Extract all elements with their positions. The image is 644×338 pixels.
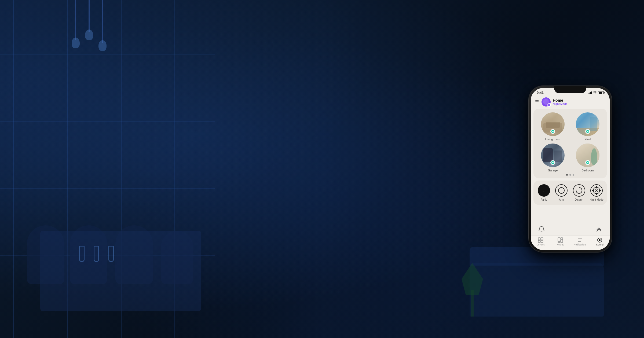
tab-devices[interactable]: Devices	[531, 237, 551, 248]
tab-notifications-label: Notifications	[574, 243, 586, 246]
tab-devices-label: Devices	[537, 243, 545, 246]
svg-rect-11	[541, 240, 543, 243]
devices-tab-icon	[538, 237, 543, 243]
phone-device: 9:41	[529, 86, 612, 252]
header-title: Home	[553, 98, 567, 103]
room-circle-bedroom	[576, 144, 599, 167]
dining-table	[40, 231, 201, 311]
arm-label: Arm	[559, 198, 564, 201]
header-subtitle: Night Mode	[553, 102, 567, 106]
tab-control-label: Control	[596, 243, 603, 246]
status-icons	[588, 91, 604, 94]
phone-shell: 9:41	[529, 86, 612, 252]
avatar	[541, 97, 551, 106]
header-center: Home Night Mode	[541, 97, 605, 106]
room-circle-garage	[541, 144, 565, 167]
svg-rect-15	[558, 241, 560, 243]
pagination-dots	[537, 174, 604, 176]
menu-icon[interactable]: ☰	[535, 100, 539, 104]
panic-icon: !	[538, 184, 550, 197]
room-indicator-living	[550, 129, 555, 134]
arm-button[interactable]: Arm	[553, 184, 570, 201]
pagination-dot-2[interactable]	[569, 174, 571, 176]
room-indicator-bedroom	[585, 160, 590, 165]
notch	[554, 86, 586, 93]
room-bedroom[interactable]: Bedroom	[572, 144, 604, 172]
nightmode-button[interactable]: Night Mode	[588, 184, 605, 201]
nightmode-icon	[590, 184, 603, 197]
panic-symbol: !	[543, 188, 544, 193]
disarm-button[interactable]: Disarm	[571, 184, 587, 201]
room-label-yard: Yard	[585, 138, 591, 141]
status-time: 9:41	[537, 91, 544, 95]
arm-icon	[555, 184, 568, 197]
room-label-living: Living room	[545, 138, 561, 141]
svg-point-0	[558, 188, 564, 193]
bell-icon	[539, 226, 544, 232]
panic-button[interactable]: ! Panic	[536, 184, 552, 201]
up-arrow-icon	[596, 227, 602, 232]
svg-point-3	[596, 190, 597, 191]
rooms-card: Living room Yard	[533, 109, 607, 178]
rooms-grid: Living room Yard	[537, 112, 604, 172]
room-living-room[interactable]: Living room	[537, 112, 569, 141]
security-panel: ! Panic Arm	[533, 181, 607, 205]
disarm-icon	[573, 184, 585, 197]
notifications-tab-icon	[577, 237, 583, 243]
tab-rooms-label: Rooms	[557, 243, 564, 246]
tab-active-indicator	[597, 247, 602, 248]
glasses-area	[75, 246, 118, 263]
svg-rect-14	[561, 240, 563, 243]
nightmode-label: Night Mode	[590, 198, 603, 201]
signal-icon	[588, 91, 592, 94]
disarm-label: Disarm	[575, 198, 583, 201]
tab-rooms[interactable]: Rooms	[551, 237, 570, 248]
panic-label: Panic	[540, 198, 547, 201]
room-garage[interactable]: Garage	[537, 144, 569, 172]
up-arrow-button[interactable]	[594, 224, 604, 234]
sofa	[470, 263, 604, 317]
security-buttons: ! Panic Arm	[536, 184, 605, 201]
app-header: ☰ Home Night Mode	[531, 96, 610, 109]
svg-rect-13	[561, 238, 563, 240]
room-indicator-yard	[585, 129, 590, 134]
arm-svg	[558, 187, 565, 194]
rooms-tab-icon	[558, 237, 563, 243]
header-text: Home Night Mode	[553, 98, 567, 106]
room-indicator-garage	[550, 160, 555, 165]
pagination-dot-3[interactable]	[573, 174, 574, 176]
control-tab-icon	[597, 237, 602, 243]
pagination-dot-1[interactable]	[566, 174, 568, 176]
plant	[462, 263, 483, 317]
room-circle-yard	[576, 112, 599, 136]
bell-button[interactable]	[536, 224, 547, 234]
svg-rect-8	[538, 238, 540, 240]
room-label-bedroom: Bedroom	[582, 169, 594, 172]
phone-screen: 9:41	[531, 88, 610, 250]
room-yard[interactable]: Yard	[572, 112, 604, 141]
battery-icon	[598, 91, 604, 94]
tab-control[interactable]: Control	[590, 237, 610, 248]
svg-rect-12	[558, 238, 560, 241]
bottom-area: Devices Rooms	[531, 205, 610, 250]
nightmode-svg	[592, 186, 601, 195]
wifi-icon	[593, 91, 597, 94]
svg-rect-10	[538, 240, 540, 243]
svg-rect-9	[541, 238, 543, 240]
svg-point-20	[599, 239, 601, 241]
tab-bar: Devices Rooms	[531, 236, 610, 250]
arrow-area	[531, 222, 610, 236]
disarm-svg	[576, 187, 583, 194]
room-circle-living	[541, 112, 565, 136]
tab-notifications[interactable]: Notifications	[570, 237, 590, 248]
room-label-garage: Garage	[548, 169, 558, 172]
